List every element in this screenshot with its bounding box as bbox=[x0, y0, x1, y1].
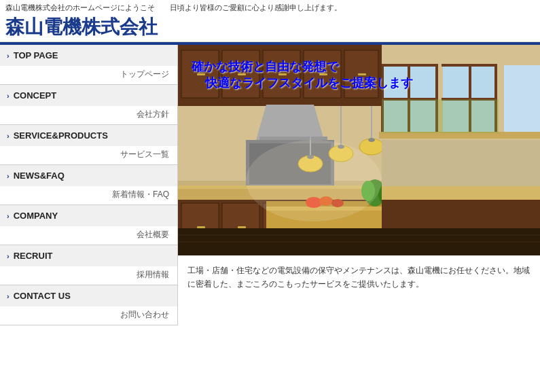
nav-item-recruit[interactable]: › RECRUIT 採用情報 bbox=[0, 245, 177, 285]
nav-label-recruit: RECRUIT bbox=[14, 251, 53, 261]
nav-sub-service: サービス一覧 bbox=[0, 146, 177, 164]
nav-header-news[interactable]: › NEWS&FAQ bbox=[0, 165, 177, 186]
svg-rect-64 bbox=[382, 140, 540, 188]
svg-rect-4 bbox=[504, 65, 540, 133]
nav-item-service[interactable]: › SERVICE&PRODUCTS サービス一覧 bbox=[0, 125, 177, 165]
nav-sub-top-page: トップページ bbox=[0, 66, 177, 84]
chevron-icon-news: › bbox=[7, 172, 10, 180]
header-top-message: 森山電機株式会社のホームページにようこそ 日頃より皆様のご愛顧に心より感謝申し上… bbox=[5, 3, 535, 13]
nav-sub-news: 新着情報・FAQ bbox=[0, 186, 177, 204]
sidebar: › TOP PAGE トップページ › CONCEPT 会社方針 › SERVI… bbox=[0, 45, 178, 325]
chevron-icon-contact: › bbox=[7, 292, 10, 300]
nav-label-news: NEWS&FAQ bbox=[14, 171, 65, 181]
nav-header-company[interactable]: › COMPANY bbox=[0, 205, 177, 226]
hero-image: 確かな技術と自由な発想で 快適なライフスタイルをご提案します bbox=[178, 45, 540, 255]
svg-point-70 bbox=[246, 140, 382, 221]
nav-header-concept[interactable]: › CONCEPT bbox=[0, 85, 177, 106]
hero-line1: 確かな技術と自由な発想で bbox=[192, 58, 413, 75]
nav-sub-company: 会社概要 bbox=[0, 226, 177, 245]
nav-label-concept: CONCEPT bbox=[14, 90, 57, 101]
header: 森山電機株式会社のホームページにようこそ 日頃より皆様のご愛顧に心より感謝申し上… bbox=[0, 0, 540, 42]
svg-point-57 bbox=[368, 138, 375, 142]
main-layout: › TOP PAGE トップページ › CONCEPT 会社方針 › SERVI… bbox=[0, 45, 540, 325]
chevron-icon-company: › bbox=[7, 212, 10, 220]
nav-label-company: COMPANY bbox=[14, 211, 58, 221]
svg-rect-42 bbox=[238, 226, 246, 228]
nav-header-top-page[interactable]: › TOP PAGE bbox=[0, 45, 177, 66]
nav-sub-contact: お問い合わせ bbox=[0, 306, 177, 325]
nav-sub-recruit: 採用情報 bbox=[0, 266, 177, 285]
chevron-icon-top-page: › bbox=[7, 52, 10, 60]
nav-label-contact: CONTACT US bbox=[14, 291, 71, 301]
bottom-description: 工場・店舗・住宅などの電気設備の保守やメンテナンスは、森山電機にお任せください。… bbox=[178, 255, 540, 300]
svg-rect-41 bbox=[197, 226, 205, 228]
content-area: 確かな技術と自由な発想で 快適なライフスタイルをご提案します 工場・店舗・住宅な… bbox=[178, 45, 540, 325]
chevron-icon-concept: › bbox=[7, 92, 10, 100]
nav-header-service[interactable]: › SERVICE&PRODUCTS bbox=[0, 125, 177, 146]
nav-item-company[interactable]: › COMPANY 会社概要 bbox=[0, 205, 177, 245]
nav-sub-concept: 会社方針 bbox=[0, 106, 177, 124]
svg-marker-29 bbox=[256, 105, 324, 140]
nav-item-concept[interactable]: › CONCEPT 会社方針 bbox=[0, 85, 177, 125]
chevron-icon-service: › bbox=[7, 132, 10, 140]
hero-text-overlay: 確かな技術と自由な発想で 快適なライフスタイルをご提案します bbox=[192, 58, 413, 91]
nav-item-top-page[interactable]: › TOP PAGE トップページ bbox=[0, 45, 177, 85]
nav-header-recruit[interactable]: › RECRUIT bbox=[0, 245, 177, 266]
nav-header-contact[interactable]: › CONTACT US bbox=[0, 285, 177, 306]
company-name: 森山電機株式会社 bbox=[5, 14, 535, 40]
hero-line2: 快適なライフスタイルをご提案します bbox=[205, 75, 413, 91]
svg-rect-65 bbox=[382, 186, 540, 200]
nav-label-top-page: TOP PAGE bbox=[14, 50, 58, 60]
svg-rect-17 bbox=[382, 99, 499, 133]
nav-item-news[interactable]: › NEWS&FAQ 新着情報・FAQ bbox=[0, 165, 177, 205]
nav-item-contact[interactable]: › CONTACT US お問い合わせ bbox=[0, 285, 177, 325]
chevron-icon-recruit: › bbox=[7, 252, 10, 260]
nav-label-service: SERVICE&PRODUCTS bbox=[14, 130, 108, 141]
